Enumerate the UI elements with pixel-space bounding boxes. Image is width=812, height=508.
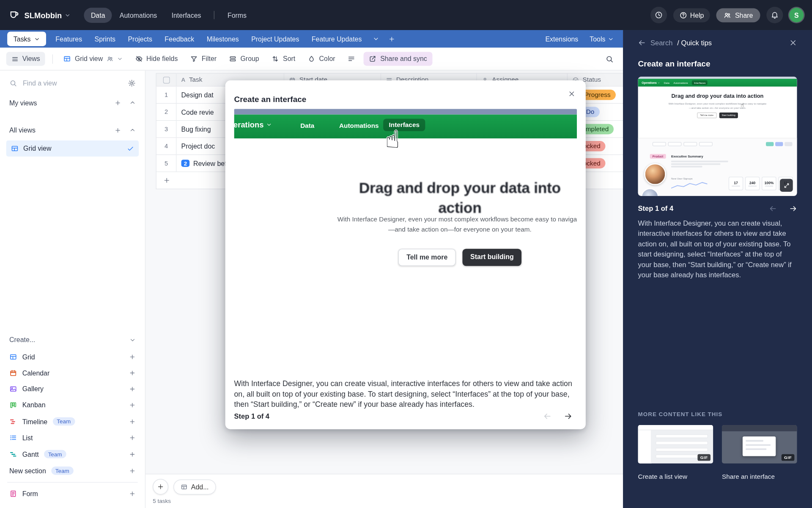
menu-icon [11, 55, 19, 62]
create-item-kanban[interactable]: Kanban [6, 397, 139, 413]
create-item-label: Calendar [22, 369, 50, 377]
chevron-down-icon [266, 122, 272, 127]
list-icon [9, 434, 17, 442]
table-tab-milestones[interactable]: Milestones [201, 32, 244, 46]
chevron-up-icon[interactable] [129, 99, 136, 106]
chevron-up-icon[interactable] [129, 127, 136, 133]
add-view-icon[interactable] [115, 127, 121, 134]
select-all-cell[interactable] [156, 73, 177, 87]
nav-tab-forms[interactable]: Forms [221, 8, 253, 23]
table-tab-projects[interactable]: Projects [122, 32, 158, 46]
next-step-arrow-icon[interactable] [564, 412, 572, 420]
plus-icon[interactable] [129, 402, 136, 409]
close-modal-button[interactable] [565, 87, 579, 101]
next-step-arrow-icon[interactable] [789, 205, 797, 213]
add-options-button[interactable]: Add... [173, 479, 216, 494]
gear-icon[interactable] [128, 79, 135, 87]
create-item-timeline[interactable]: Timeline Team [6, 413, 139, 430]
previous-step-arrow-icon[interactable] [769, 205, 776, 213]
people-icon [724, 11, 731, 19]
tools-button[interactable]: Tools [590, 35, 614, 43]
extensions-button[interactable]: Extensions [545, 35, 578, 43]
current-view-button[interactable]: Grid view [58, 52, 128, 66]
user-avatar[interactable]: S [789, 8, 804, 22]
plus-icon[interactable] [129, 353, 136, 360]
create-item-form[interactable]: Form [6, 486, 139, 502]
group-button[interactable]: Group [224, 52, 264, 66]
table-tab-feedback[interactable]: Feedback [159, 32, 200, 46]
plus-icon[interactable] [129, 451, 136, 458]
add-view-icon[interactable] [115, 99, 121, 106]
share-button[interactable]: Share [716, 8, 760, 22]
preview-collage: Product Executive Summary New User Signu… [638, 138, 797, 196]
nav-tab-interfaces[interactable]: Interfaces [165, 8, 208, 23]
create-item-gantt[interactable]: Gantt Team [6, 446, 139, 462]
create-interface-modal: Create an interface Operations Data Auto… [225, 80, 586, 429]
plus-icon[interactable] [129, 370, 136, 376]
create-item-grid[interactable]: Grid [6, 349, 139, 365]
plus-icon[interactable] [129, 418, 136, 425]
sidebar-item-grid-view[interactable]: Grid view [6, 141, 139, 157]
comment-count-chip[interactable]: 2 [181, 160, 190, 167]
table-tab-feature-updates[interactable]: Feature Updates [306, 32, 368, 46]
search-button[interactable] [602, 52, 617, 66]
nav-tab-data[interactable]: Data [84, 8, 112, 23]
create-item-gallery[interactable]: Gallery [6, 381, 139, 397]
my-views-section[interactable]: My views [6, 94, 139, 112]
hide-fields-button[interactable]: Hide fields [130, 52, 183, 66]
grid-footer: Add... 5 tasks [145, 474, 623, 508]
search-icon [9, 79, 17, 87]
table-list-chevron-button[interactable] [368, 36, 383, 42]
create-item-list[interactable]: List [6, 430, 139, 446]
expand-preview-button[interactable] [780, 179, 793, 192]
sort-button[interactable]: Sort [266, 52, 301, 66]
table-tab-features[interactable]: Features [50, 32, 88, 46]
preview-buttons: Tell me more Start building [638, 112, 797, 118]
plus-icon[interactable] [129, 490, 136, 497]
new-user-signups-label: New User Signups [671, 177, 693, 180]
history-button[interactable] [650, 7, 667, 23]
back-arrow-icon[interactable] [638, 39, 646, 47]
plus-icon[interactable] [129, 434, 136, 441]
add-table-button[interactable] [384, 36, 399, 42]
preview-nav-data: Data [664, 81, 669, 84]
create-item-new-section[interactable]: New section Team [6, 462, 139, 479]
preview-base-name: Operations [642, 81, 660, 84]
color-button[interactable]: Color [302, 52, 340, 66]
content-card-share-interface[interactable]: GIF [722, 425, 797, 464]
find-view-row [6, 78, 139, 94]
table-tab-project-updates[interactable]: Project Updates [246, 32, 305, 46]
content-card-create-list-view[interactable]: GIF [638, 425, 713, 464]
tools-label: Tools [590, 35, 605, 43]
breadcrumb-search[interactable]: Search [650, 39, 672, 47]
topbar: SLMobbin Data Automations Interfaces For… [0, 0, 812, 30]
help-button[interactable]: Help [673, 8, 710, 22]
add-record-button[interactable] [153, 479, 168, 494]
plus-icon[interactable] [129, 386, 136, 392]
notifications-button[interactable] [766, 7, 783, 23]
create-item-calendar[interactable]: Calendar [6, 365, 139, 381]
table-tab-sprints[interactable]: Sprints [89, 32, 121, 46]
grid-view-icon [63, 55, 71, 63]
table-tab-tasks[interactable]: Tasks [7, 32, 46, 46]
create-section-header[interactable]: Create... [6, 332, 139, 349]
find-view-input[interactable] [22, 79, 123, 88]
base-switcher[interactable]: SLMobbin [25, 11, 71, 19]
timeline-icon [9, 417, 17, 425]
checkbox[interactable] [163, 77, 170, 83]
previous-step-arrow-icon[interactable] [543, 412, 551, 420]
gif-badge: GIF [782, 454, 794, 461]
filter-button[interactable]: Filter [185, 52, 222, 66]
color-drop-icon [308, 55, 315, 63]
views-toggle-button[interactable]: Views [6, 52, 45, 66]
row-height-button[interactable] [343, 52, 361, 66]
close-icon[interactable] [789, 39, 797, 47]
all-views-section[interactable]: All views [6, 121, 139, 140]
plus-icon[interactable] [129, 467, 136, 474]
nav-tab-automations[interactable]: Automations [113, 8, 164, 23]
share-and-sync-button[interactable]: Share and sync [364, 52, 432, 66]
sort-icon [272, 55, 279, 63]
plus-icon [388, 36, 395, 42]
gif-badge: GIF [698, 454, 710, 461]
text-field-icon: A [181, 77, 186, 83]
